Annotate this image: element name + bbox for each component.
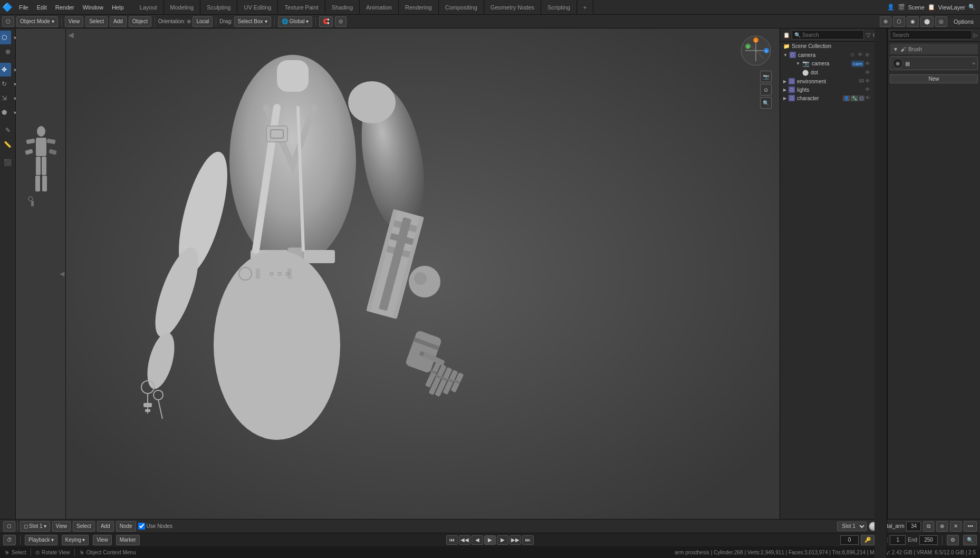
cursor-tool-btn[interactable]: ⊕ [1, 45, 15, 59]
object-mode-btn[interactable]: Object Mode ▾ [16, 16, 58, 27]
outliner-search-input[interactable] [792, 30, 864, 40]
tab-geometry-nodes[interactable]: Geometry Nodes [484, 0, 541, 14]
search-icon[interactable]: 🔍 [968, 4, 976, 11]
viewport-display-btn[interactable]: ⊙ [760, 84, 772, 95]
properties-search-input[interactable] [890, 30, 972, 40]
tab-compositing[interactable]: Compositing [439, 0, 484, 14]
env-viewport-icon[interactable]: 👁 [865, 78, 871, 84]
menu-file[interactable]: File [15, 0, 33, 14]
move-tool-btn[interactable]: ✥ [0, 63, 11, 76]
add-cube-tool-btn[interactable]: ⬛ [1, 156, 15, 169]
tab-layout[interactable]: Layout [133, 0, 164, 14]
outliner-item-environment[interactable]: ▶ ◻ environment 10 👁 [780, 77, 875, 85]
cam-viewport-icon[interactable]: 👁 [865, 61, 871, 67]
options-btn[interactable]: Options [949, 17, 978, 26]
frame-input[interactable] [906, 522, 921, 531]
play-btn[interactable]: ▶ [484, 535, 496, 545]
properties-filter-icon[interactable]: ▷ [974, 32, 978, 38]
keyframe-icon-btn[interactable]: 🔑 [861, 535, 875, 545]
viewport-main[interactable]: Z X Y 📷 ⊙ 🔍 ◀ [66, 28, 780, 519]
dot-material-btn[interactable]: ••• [964, 521, 977, 532]
playback-btn[interactable]: Playback ▾ [25, 535, 57, 545]
lights-viewport-icon[interactable]: 👁 [865, 86, 871, 93]
timeline-settings-btn[interactable]: ⚙ [947, 535, 959, 545]
bottom-add-btn[interactable]: Add [97, 521, 114, 532]
select-menu-btn[interactable]: Select [85, 16, 108, 27]
tab-rendering[interactable]: Rendering [399, 0, 439, 14]
scale-tool-btn[interactable]: ⇲ [0, 91, 11, 105]
next-keyframe-btn[interactable]: ▶▶ [510, 535, 521, 545]
dot-viewport-icon[interactable]: 👁 [865, 70, 871, 76]
tab-shading[interactable]: Shading [325, 0, 360, 14]
use-nodes-checkbox[interactable] [138, 523, 145, 530]
outliner-item-lights[interactable]: ▶ ◻ lights 👁 [780, 85, 875, 94]
char-viewport-icon[interactable]: 👁 [865, 95, 871, 101]
tab-animation[interactable]: Animation [360, 0, 399, 14]
end-frame-input[interactable] [919, 535, 938, 545]
x-material-btn[interactable]: ✕ [950, 521, 962, 532]
tab-uv-editing[interactable]: UV Editing [237, 0, 278, 14]
view-menu-btn[interactable]: View [65, 16, 84, 27]
prev-keyframe-btn[interactable]: ◀◀ [459, 535, 470, 545]
overlay-btn[interactable]: ⬡ [893, 16, 905, 27]
orientation-local-btn[interactable]: Local [193, 16, 213, 27]
snap-btn[interactable]: 🧲 [319, 16, 333, 27]
restrict-viewport-icon[interactable]: 👁 [858, 52, 864, 58]
editor-type-bottom-btn[interactable]: ⬡ [3, 521, 15, 532]
measure-tool-btn[interactable]: 📏 [1, 138, 15, 151]
keying-btn[interactable]: Keying ▾ [62, 535, 89, 545]
mode-btn[interactable]: ◻ Slot 1 ▾ [20, 521, 50, 532]
menu-window[interactable]: Window [79, 0, 108, 14]
jump-to-start-btn[interactable]: ⏮ [446, 535, 458, 545]
timeline-view-btn[interactable]: View [93, 535, 112, 545]
marker-btn[interactable]: Marker [116, 535, 140, 545]
viewport-shading-render-btn[interactable]: ◎ [935, 16, 947, 27]
viewport-collapse-left[interactable]: ◀ [68, 31, 74, 39]
search-viewport-btn[interactable]: 🔍 [760, 97, 772, 109]
global-btn[interactable]: 🌐 Global ▾ [278, 16, 313, 27]
tab-modeling[interactable]: Modeling [164, 0, 201, 14]
paste-material-btn[interactable]: ⊕ [936, 521, 948, 532]
viewport-shading-solid-btn[interactable]: ◉ [907, 16, 919, 27]
timeline-editor-type-btn[interactable]: ⏱ [3, 535, 16, 545]
outliner-item-camera-collection[interactable]: ▼ ◻ camera ⊙ 👁 ⊕ [780, 51, 875, 59]
viewport-shading-material-btn[interactable]: ⬤ [920, 16, 934, 27]
tab-scripting[interactable]: Scripting [541, 0, 577, 14]
current-frame-input[interactable] [840, 535, 859, 545]
object-menu-btn[interactable]: Object [129, 16, 151, 27]
bottom-select-btn[interactable]: Select [73, 521, 95, 532]
outliner-item-camera-obj[interactable]: ▼ 📷 camera cam 👁 [780, 59, 875, 68]
transform-tool-btn[interactable]: ⬢ [0, 105, 11, 119]
navigation-gizmo[interactable]: Z X Y [740, 35, 772, 68]
restrict-select-icon[interactable]: ⊕ [865, 52, 871, 58]
select-box-btn[interactable]: Select Box ▾ [234, 16, 271, 27]
copy-material-btn[interactable]: ⧉ [923, 521, 934, 532]
menu-render[interactable]: Render [51, 0, 79, 14]
new-brush-btn[interactable]: New [890, 74, 978, 83]
bottom-view-btn[interactable]: View [52, 521, 71, 532]
brush-icon-preview[interactable]: ⊕ [892, 58, 903, 69]
restrict-render-icon[interactable]: ⊙ [850, 52, 857, 58]
annotate-tool-btn[interactable]: ✎ [1, 123, 15, 137]
start-frame-input[interactable] [890, 535, 906, 545]
show-gizmo-btn[interactable]: ⊕ [880, 16, 891, 27]
slot-selector[interactable]: Slot 1 [837, 522, 867, 531]
add-menu-btn[interactable]: Add [110, 16, 127, 27]
view-layer-label[interactable]: ViewLayer [938, 4, 965, 11]
tab-sculpting[interactable]: Sculpting [200, 0, 237, 14]
prev-frame-btn[interactable]: ◀ [472, 535, 483, 545]
camera-perspective-btn[interactable]: 📷 [760, 71, 772, 82]
proportional-edit-btn[interactable]: ⊙ [335, 16, 347, 27]
outliner-item-dot[interactable]: ⬤ dot 👁 [780, 68, 875, 77]
menu-help[interactable]: Help [108, 0, 128, 14]
rotate-tool-btn[interactable]: ↻ [0, 77, 11, 91]
scene-label[interactable]: Scene [908, 4, 925, 11]
menu-edit[interactable]: Edit [33, 0, 51, 14]
next-frame-btn[interactable]: ▶ [497, 535, 508, 545]
tab-add[interactable]: + [577, 0, 593, 14]
editor-type-btn[interactable]: ⬡ [2, 16, 14, 27]
select-tool-btn[interactable]: ⬡ [0, 31, 11, 44]
tab-texture-paint[interactable]: Texture Paint [278, 0, 325, 14]
brush-header[interactable]: ▼ 🖌 Brush [890, 44, 978, 54]
mini-view-collapse-btn[interactable]: ◀ [60, 270, 64, 277]
